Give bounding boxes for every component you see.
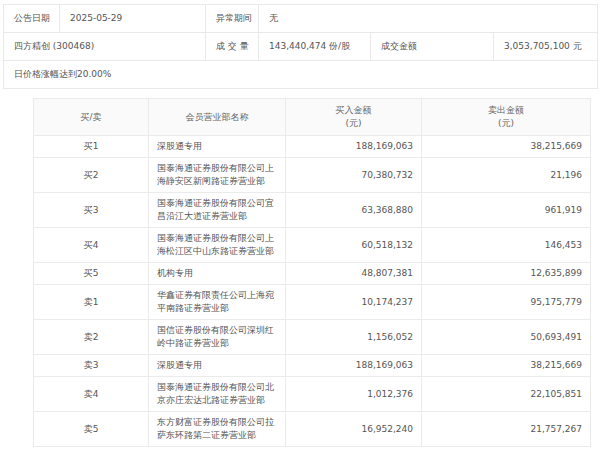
table-header-row: 买/卖 会员营业部名称 买入金额 (元) 卖出金额 (元) [34, 99, 591, 136]
header-branch: 会员营业部名称 [149, 99, 286, 136]
side-cell: 买4 [34, 228, 149, 263]
broker-rank-table: 买/卖 会员营业部名称 买入金额 (元) 卖出金额 (元) 买1 深股通专用 1… [33, 98, 591, 447]
sell-amount-cell: 21,757,267 [422, 412, 591, 447]
table-row: 买3 国泰海通证券股份有限公司宜昌沿江大道证券营业部 63,368,880 96… [34, 193, 591, 228]
branch-cell: 深股通专用 [149, 136, 286, 158]
buy-amount-cell: 48,807,381 [286, 263, 422, 285]
header-sell-amount: 卖出金额 (元) [422, 99, 591, 136]
branch-cell: 机构专用 [149, 263, 286, 285]
side-cell: 卖3 [34, 355, 149, 377]
sell-amount-cell: 95,175,779 [422, 285, 591, 320]
info-row-reason: 日价格涨幅达到20.00% [4, 61, 598, 89]
side-cell: 卖1 [34, 285, 149, 320]
branch-cell: 国信证券股份有限公司深圳红岭中路证券营业部 [149, 320, 286, 355]
branch-cell: 东方财富证券股份有限公司拉萨东环路第二证券营业部 [149, 412, 286, 447]
sell-amount-cell: 146,453 [422, 228, 591, 263]
buy-amount-cell: 16,952,240 [286, 412, 422, 447]
buy-amount-cell: 60,518,132 [286, 228, 422, 263]
branch-cell: 国泰海通证券股份有限公司宜昌沿江大道证券营业部 [149, 193, 286, 228]
table-row: 卖2 国信证券股份有限公司深圳红岭中路证券营业部 1,156,052 50,69… [34, 320, 591, 355]
branch-cell: 国泰海通证券股份有限公司上海松江区中山东路证券营业部 [149, 228, 286, 263]
table-row: 买4 国泰海通证券股份有限公司上海松江区中山东路证券营业部 60,518,132… [34, 228, 591, 263]
branch-cell: 深股通专用 [149, 355, 286, 377]
broker-rank-panel: 买/卖 会员营业部名称 买入金额 (元) 卖出金额 (元) 买1 深股通专用 1… [33, 98, 600, 447]
info-table: 公告日期 2025-05-29 异常期间 无 四方精创 (300468) 成 交… [3, 4, 598, 89]
buy-amount-cell: 63,368,880 [286, 193, 422, 228]
sell-amount-cell: 38,215,669 [422, 355, 591, 377]
table-row: 卖3 深股通专用 188,169,063 38,215,669 [34, 355, 591, 377]
buy-amount-cell: 1,156,052 [286, 320, 422, 355]
volume-label: 成 交 量 [206, 33, 259, 61]
side-cell: 卖4 [34, 377, 149, 412]
table-row: 买1 深股通专用 188,169,063 38,215,669 [34, 136, 591, 158]
stock-name: 四方精创 (300468) [4, 33, 206, 61]
table-row: 卖5 东方财富证券股份有限公司拉萨东环路第二证券营业部 16,952,240 2… [34, 412, 591, 447]
info-row-volume: 四方精创 (300468) 成 交 量 143,440,474 份/股 成交金额… [4, 33, 598, 61]
branch-cell: 国泰海通证券股份有限公司北京亦庄宏达北路证券营业部 [149, 377, 286, 412]
side-cell: 买5 [34, 263, 149, 285]
buy-amount-cell: 188,169,063 [286, 355, 422, 377]
table-row: 卖4 国泰海通证券股份有限公司北京亦庄宏达北路证券营业部 1,012,376 2… [34, 377, 591, 412]
sell-amount-cell: 961,919 [422, 193, 591, 228]
sell-amount-cell: 50,693,491 [422, 320, 591, 355]
turnover-value: 3,053,705,100 元 [494, 33, 598, 61]
abnormal-period-value: 无 [259, 5, 598, 33]
announce-date-value: 2025-05-29 [60, 5, 206, 33]
side-cell: 买2 [34, 158, 149, 193]
sell-amount-cell: 22,105,851 [422, 377, 591, 412]
list-reason: 日价格涨幅达到20.00% [4, 61, 598, 89]
buy-amount-cell: 70,380,732 [286, 158, 422, 193]
side-cell: 卖5 [34, 412, 149, 447]
announce-date-label: 公告日期 [4, 5, 60, 33]
volume-value: 143,440,474 份/股 [259, 33, 371, 61]
side-cell: 买3 [34, 193, 149, 228]
header-side: 买/卖 [34, 99, 149, 136]
turnover-label: 成交金额 [371, 33, 494, 61]
branch-cell: 国泰海通证券股份有限公司上海静安区新闸路证券营业部 [149, 158, 286, 193]
branch-cell: 华鑫证券有限责任公司上海宛平南路证券营业部 [149, 285, 286, 320]
side-cell: 卖2 [34, 320, 149, 355]
abnormal-period-label: 异常期间 [206, 5, 259, 33]
side-cell: 买1 [34, 136, 149, 158]
table-row: 买2 国泰海通证券股份有限公司上海静安区新闸路证券营业部 70,380,732 … [34, 158, 591, 193]
sell-amount-cell: 21,196 [422, 158, 591, 193]
sell-amount-cell: 12,635,899 [422, 263, 591, 285]
info-row-date: 公告日期 2025-05-29 异常期间 无 [4, 5, 598, 33]
table-row: 买5 机构专用 48,807,381 12,635,899 [34, 263, 591, 285]
buy-amount-cell: 1,012,376 [286, 377, 422, 412]
header-buy-amount: 买入金额 (元) [286, 99, 422, 136]
table-row: 卖1 华鑫证券有限责任公司上海宛平南路证券营业部 10,174,237 95,1… [34, 285, 591, 320]
stock-info-panel: 公告日期 2025-05-29 异常期间 无 四方精创 (300468) 成 交… [3, 4, 597, 89]
sell-amount-cell: 38,215,669 [422, 136, 591, 158]
buy-amount-cell: 10,174,237 [286, 285, 422, 320]
buy-amount-cell: 188,169,063 [286, 136, 422, 158]
